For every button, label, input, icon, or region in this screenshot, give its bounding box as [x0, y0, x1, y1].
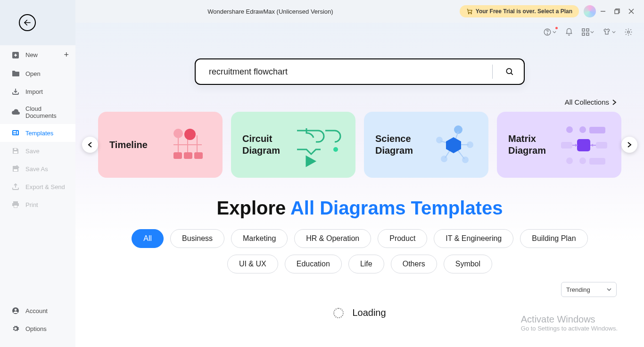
filter-symbol[interactable]: Symbol	[444, 255, 492, 273]
all-collections-row: All Collections	[75, 85, 644, 106]
chevron-down-icon	[612, 30, 616, 34]
chevron-down-icon	[590, 30, 594, 34]
search-input[interactable]	[209, 67, 485, 77]
sidebar-item-new[interactable]: New+	[0, 45, 75, 65]
filter-life[interactable]: Life	[348, 255, 384, 273]
gear-icon	[624, 28, 633, 36]
svg-point-35	[184, 129, 196, 140]
svg-rect-57	[577, 139, 590, 151]
search-button[interactable]	[500, 62, 519, 81]
sidebar-item-open[interactable]: Open	[0, 65, 75, 83]
filter-ui-ux[interactable]: UI & UX	[227, 255, 278, 273]
import-icon	[11, 87, 20, 96]
filter-marketing[interactable]: Marketing	[231, 229, 288, 248]
sort-select[interactable]: Trending	[561, 282, 617, 297]
sidebar-item-print: Print	[0, 196, 75, 214]
filter-all[interactable]: All	[132, 229, 164, 248]
sort-row: Trending	[75, 273, 644, 297]
notifications-button[interactable]	[565, 28, 573, 36]
templates-icon	[11, 129, 20, 137]
avatar[interactable]	[584, 5, 596, 17]
minimize-button[interactable]	[596, 4, 610, 18]
maximize-button[interactable]	[610, 4, 624, 18]
svg-point-34	[173, 129, 183, 138]
sidebar-item-save: Save	[0, 142, 75, 160]
help-button[interactable]	[543, 28, 556, 36]
sidebar-item-label: Account	[25, 307, 48, 314]
sidebar-item-templates[interactable]: Templates	[0, 124, 75, 142]
filter-hr-operation[interactable]: HR & Operation	[294, 229, 371, 248]
svg-rect-12	[14, 206, 17, 207]
back-button[interactable]	[19, 14, 36, 31]
svg-rect-11	[13, 201, 18, 203]
sidebar-item-import[interactable]: Import	[0, 83, 75, 100]
apps-button[interactable]	[582, 28, 594, 36]
arrow-left-icon	[23, 18, 32, 27]
sidebar-item-account[interactable]: Account	[0, 302, 75, 320]
plus-icon: +	[64, 50, 69, 60]
svg-rect-37	[184, 152, 192, 159]
help-icon	[543, 28, 552, 36]
settings-button[interactable]	[624, 28, 633, 36]
sidebar-item-export-send: Export & Send	[0, 178, 75, 196]
svg-rect-56	[596, 142, 607, 149]
sidebar-item-label: Save As	[25, 165, 48, 173]
svg-rect-36	[173, 152, 182, 159]
export-icon	[11, 182, 20, 191]
sidebar-item-options[interactable]: Options	[0, 320, 75, 338]
toolbar	[75, 23, 644, 41]
sidebar-item-label: Templates	[25, 130, 53, 137]
filter-others[interactable]: Others	[391, 255, 437, 273]
category-carousel: TimelineCircuitDiagramScienceDiagramMatr…	[75, 112, 644, 178]
card-illustration	[425, 121, 477, 168]
close-button[interactable]	[624, 4, 638, 18]
heading-pre: Explore	[217, 198, 290, 218]
svg-rect-18	[615, 10, 619, 14]
filter-product[interactable]: Product	[378, 229, 427, 248]
sidebar-item-cloud-documents[interactable]: Cloud Documents	[0, 100, 75, 124]
search-box	[195, 58, 525, 85]
svg-rect-8	[14, 151, 17, 153]
cart-icon	[466, 8, 473, 15]
carousel-prev-button[interactable]	[82, 137, 98, 153]
watermark-line2: Go to Settings to activate Windows.	[521, 325, 618, 332]
maximize-icon	[614, 8, 620, 14]
all-collections-link[interactable]: All Collections	[565, 98, 617, 106]
category-card-circuit-diagram[interactable]: CircuitDiagram	[231, 112, 355, 178]
svg-point-53	[579, 126, 586, 133]
back-area	[0, 0, 75, 45]
save-as-icon	[11, 165, 20, 173]
trial-banner[interactable]: Your Free Trial is over. Select a Plan	[460, 5, 579, 17]
filter-building-plan[interactable]: Building Plan	[520, 229, 587, 248]
filter-education[interactable]: Education	[285, 255, 342, 273]
explore-heading: Explore All Diagrams Templates	[75, 198, 644, 219]
print-icon	[11, 200, 20, 209]
sidebar-item-label: New	[25, 51, 38, 58]
sidebar: New+OpenImportCloud DocumentsTemplatesSa…	[0, 0, 75, 347]
notification-dot	[555, 27, 558, 29]
svg-rect-9	[14, 149, 17, 150]
grid-icon	[582, 28, 589, 36]
divider	[492, 65, 493, 79]
filter-it-engineering[interactable]: IT & Engineering	[434, 229, 513, 248]
filter-business[interactable]: Business	[170, 229, 224, 248]
category-card-timeline[interactable]: Timeline	[98, 112, 223, 178]
svg-rect-54	[589, 127, 605, 133]
svg-rect-24	[586, 29, 589, 31]
card-title: CircuitDiagram	[242, 133, 280, 157]
carousel-next-button[interactable]	[621, 137, 637, 153]
sidebar-item-label: Options	[25, 325, 47, 332]
category-card-science-diagram[interactable]: ScienceDiagram	[364, 112, 488, 178]
plus-square-icon	[11, 51, 20, 59]
category-card-matrix-diagram[interactable]: MatrixDiagram	[497, 112, 621, 178]
loading-text: Loading	[352, 307, 386, 318]
chevron-right-icon	[627, 142, 632, 148]
svg-point-42	[436, 137, 443, 143]
svg-point-52	[566, 126, 573, 133]
theme-button[interactable]	[603, 28, 616, 36]
sidebar-item-label: Open	[25, 70, 41, 77]
shirt-icon	[603, 28, 611, 36]
chevron-down-icon	[553, 30, 556, 34]
all-collections-label: All Collections	[565, 98, 609, 106]
chevron-left-icon	[88, 142, 92, 148]
